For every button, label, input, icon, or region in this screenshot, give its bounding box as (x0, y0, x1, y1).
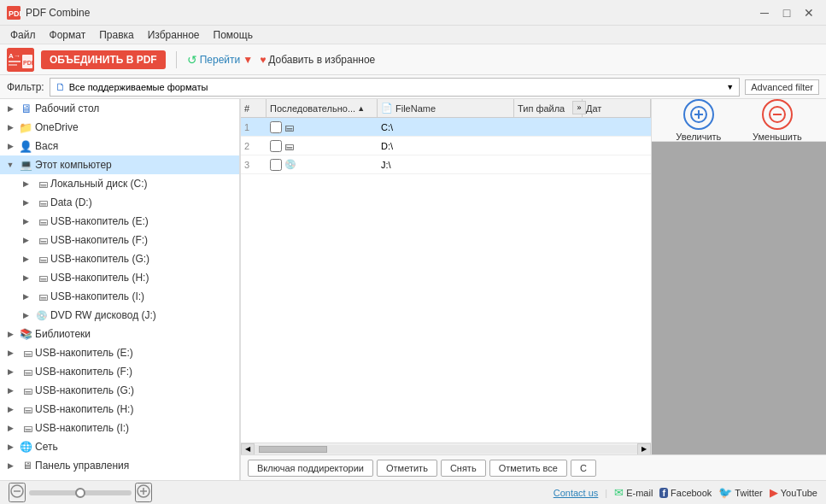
combine-button[interactable]: ОБЪЕДИНИТЬ В PDF (41, 50, 166, 69)
toggle-usb-f[interactable]: ▶ (19, 233, 32, 247)
tree-item-usb-e2[interactable]: ▶ 🖴 USB-накопитель (E:) (0, 343, 239, 362)
file-row-3[interactable]: 3 💿 J:\ (241, 155, 651, 174)
tree-item-network[interactable]: ▶ 🌐 Сеть (0, 437, 239, 456)
contact-us-link[interactable]: Contact us (554, 488, 599, 498)
close-button[interactable]: ✕ (799, 4, 819, 21)
advanced-filter-button[interactable]: Advanced filter (745, 79, 819, 95)
tree-item-usb-f2[interactable]: ▶ 🖴 USB-накопитель (F:) (0, 362, 239, 381)
cell-filename-3: J:\ (378, 155, 514, 173)
tree-label-usb-g: USB-накопитель (G:) (50, 253, 149, 265)
tree-item-usb-g2[interactable]: ▶ 🖴 USB-накопитель (G:) (0, 381, 239, 400)
toggle-onedrive[interactable]: ▶ (3, 120, 17, 134)
tree-item-usb-h2[interactable]: ▶ 🖴 USB-накопитель (H:) (0, 400, 239, 419)
checkbox-3[interactable] (270, 159, 282, 171)
include-subdirs-button[interactable]: Включая поддиректории (248, 460, 373, 477)
zoom-slider[interactable] (29, 490, 132, 495)
control-icon: 🖥 (17, 459, 32, 472)
zoom-out-button[interactable]: Уменьшить (753, 99, 802, 142)
h-scroll-thumb[interactable] (259, 446, 327, 453)
social-links: Contact us | ✉ E-mail f Facebook 🐦 Twitt… (554, 486, 817, 499)
app-icon: PDF (7, 6, 21, 20)
header-date[interactable]: Дат (583, 99, 651, 117)
facebook-link[interactable]: f Facebook (659, 488, 712, 498)
svg-rect-4 (9, 61, 21, 62)
menu-edit[interactable]: Правка (92, 27, 141, 43)
menu-format[interactable]: Формат (43, 27, 93, 43)
heart-icon: ♥ (260, 54, 266, 66)
tree-item-usb-f[interactable]: ▶ 🖴 USB-накопитель (F:) (0, 231, 239, 249)
tree-item-libraries[interactable]: ▶ 📚 Библиотеки (0, 325, 239, 343)
file-row-2[interactable]: 2 🖴 D:\ (241, 137, 651, 155)
toggle-usb-i2[interactable]: ▶ (3, 421, 17, 435)
svg-text:PDF: PDF (9, 9, 21, 18)
scroll-left-button[interactable]: ◀ (241, 443, 255, 455)
checkbox-1[interactable] (270, 121, 282, 133)
goto-button[interactable]: ↺ Перейти ▼ (187, 53, 253, 67)
tree-item-usb-i2[interactable]: ▶ 🖴 USB-накопитель (I:) (0, 419, 239, 437)
expand-panel-button[interactable]: » (572, 101, 586, 114)
filter-bar: Фильтр: 🗋 Все поддерживаемые форматы ▼ A… (0, 75, 826, 99)
tree-item-usb-i[interactable]: ▶ 🖴 USB-накопитель (I:) (0, 287, 239, 306)
toggle-libraries[interactable]: ▶ (3, 327, 17, 341)
toggle-usb-h2[interactable]: ▶ (3, 402, 17, 416)
usb-e-icon: 🖴 (32, 214, 48, 228)
minimize-button[interactable]: ─ (754, 4, 775, 21)
toggle-usb-f2[interactable]: ▶ (3, 365, 17, 378)
maximize-button[interactable]: □ (776, 4, 797, 21)
tree-item-usb-h[interactable]: ▶ 🖴 USB-накопитель (H:) (0, 268, 239, 287)
header-filename[interactable]: 📄 FileName (378, 99, 514, 117)
toggle-desktop[interactable]: ▶ (3, 102, 17, 115)
toggle-usb-g[interactable]: ▶ (19, 252, 32, 266)
add-favorites-button[interactable]: ♥ Добавить в избранное (260, 54, 375, 66)
tree-item-desktop[interactable]: ▶ 🖥 Рабочий стол (0, 99, 239, 118)
zoom-minus-button[interactable] (9, 483, 26, 502)
c-button[interactable]: С (571, 460, 596, 477)
filter-select[interactable]: 🗋 Все поддерживаемые форматы ▼ (50, 78, 741, 97)
toggle-local-c[interactable]: ▶ (19, 177, 32, 190)
usb-h-icon: 🖴 (32, 271, 48, 284)
user-vasya-icon: 👤 (17, 139, 32, 153)
menu-file[interactable]: Файл (3, 27, 43, 43)
tree-item-thispc[interactable]: ▼ 💻 Этот компьютер (0, 155, 239, 174)
tree-item-dvd-j[interactable]: ▶ 💿 DVD RW дисковод (J:) (0, 306, 239, 325)
twitter-link[interactable]: 🐦 Twitter (718, 486, 762, 499)
mark-all-button[interactable]: Отметить все (489, 460, 567, 477)
sort-arrow-icon: ▲ (357, 104, 365, 113)
toggle-thispc[interactable]: ▼ (3, 158, 17, 172)
header-num[interactable]: # (241, 99, 267, 117)
tree-item-onedrive[interactable]: ▶ 📁 OneDrive (0, 118, 239, 137)
email-link[interactable]: ✉ E-mail (614, 486, 653, 499)
tree-item-vasya[interactable]: ▶ 👤 Вася (0, 137, 239, 155)
toggle-usb-g2[interactable]: ▶ (3, 384, 17, 397)
zoom-in-button[interactable]: Увеличить (676, 99, 721, 142)
toggle-data-d[interactable]: ▶ (19, 196, 32, 209)
cell-filename-1: C:\ (378, 118, 514, 136)
checkbox-2[interactable] (270, 140, 282, 152)
toggle-vasya[interactable]: ▶ (3, 139, 17, 153)
unmark-button[interactable]: Снять (441, 460, 486, 477)
usb-f-icon: 🖴 (32, 233, 48, 247)
mark-button[interactable]: Отметить (377, 460, 437, 477)
youtube-link[interactable]: ▶ YouTube (770, 486, 817, 499)
file-row-1[interactable]: 1 🖴 C:\ (241, 118, 651, 137)
toggle-usb-i[interactable]: ▶ (19, 290, 32, 303)
status-bar: Contact us | ✉ E-mail f Facebook 🐦 Twitt… (0, 480, 826, 504)
tree-item-data-d[interactable]: ▶ 🖴 Data (D:) (0, 193, 239, 212)
tree-item-control[interactable]: ▶ 🖥 Панель управления (0, 456, 239, 475)
h-scroll-track[interactable] (255, 445, 637, 454)
toggle-network[interactable]: ▶ (3, 440, 17, 454)
zoom-plus-button[interactable] (135, 483, 152, 502)
toggle-dvd-j[interactable]: ▶ (19, 308, 32, 322)
toggle-usb-e2[interactable]: ▶ (3, 346, 17, 360)
toggle-usb-e[interactable]: ▶ (19, 214, 32, 228)
header-order[interactable]: Последовательно... ▲ (267, 99, 378, 117)
tree-item-usb-g[interactable]: ▶ 🖴 USB-накопитель (G:) (0, 249, 239, 268)
scroll-right-button[interactable]: ▶ (637, 443, 651, 455)
menu-favorites[interactable]: Избранное (141, 27, 207, 43)
h-scrollbar[interactable]: ◀ ▶ (241, 442, 651, 454)
toggle-control[interactable]: ▶ (3, 459, 17, 472)
toggle-usb-h[interactable]: ▶ (19, 271, 32, 284)
tree-item-local-c[interactable]: ▶ 🖴 Локальный диск (C:) (0, 174, 239, 193)
tree-item-usb-e[interactable]: ▶ 🖴 USB-накопитель (E:) (0, 212, 239, 231)
menu-help[interactable]: Помощь (207, 27, 260, 43)
